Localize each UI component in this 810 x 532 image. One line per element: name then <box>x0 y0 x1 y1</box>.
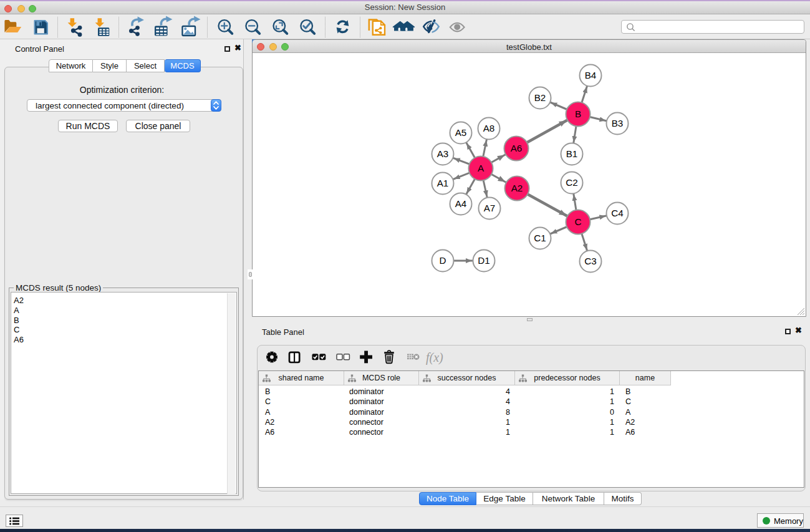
svg-text:B1: B1 <box>566 148 578 159</box>
svg-text:A: A <box>478 163 485 173</box>
svg-text:A5: A5 <box>455 127 467 138</box>
svg-text:A3: A3 <box>437 148 449 159</box>
svg-text:C2: C2 <box>566 177 577 188</box>
svg-text:D1: D1 <box>478 255 489 266</box>
svg-text:B3: B3 <box>612 118 624 128</box>
svg-text:B2: B2 <box>534 92 546 103</box>
svg-text:A8: A8 <box>483 123 495 133</box>
svg-text:B4: B4 <box>585 70 597 80</box>
svg-text:C3: C3 <box>584 256 596 266</box>
svg-text:A6: A6 <box>511 143 523 153</box>
svg-text:D: D <box>440 255 446 266</box>
svg-text:B: B <box>575 109 581 119</box>
svg-text:f(x): f(x) <box>426 351 443 365</box>
svg-text:C1: C1 <box>534 233 546 243</box>
svg-text:C: C <box>575 216 582 227</box>
svg-text:A1: A1 <box>437 178 449 188</box>
svg-text:A7: A7 <box>484 203 496 213</box>
svg-text:C4: C4 <box>611 208 623 218</box>
svg-text:A4: A4 <box>455 198 467 209</box>
svg-text:A2: A2 <box>511 183 523 193</box>
